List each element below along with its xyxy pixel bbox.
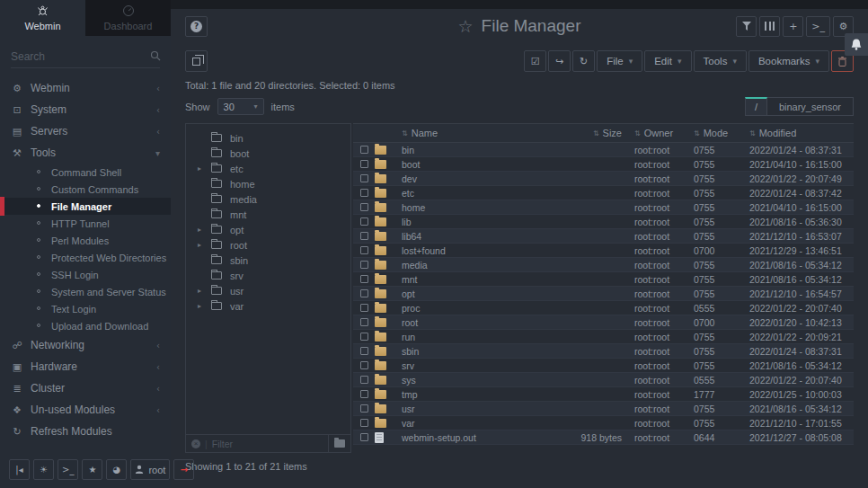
filter-button[interactable] [736,16,757,37]
tree-item-boot[interactable]: boot [186,146,350,161]
table-row-media[interactable]: mediaroot:root07552021/08/16 - 05:34:12 [353,258,854,272]
tree-folder-button[interactable] [328,435,345,452]
row-checkbox[interactable] [360,304,368,312]
sidebar-item-ssh-login[interactable]: SSH Login [0,266,171,283]
table-row-sbin[interactable]: sbinroot:root07552022/01/24 - 08:37:31 [353,344,854,359]
expand-arrow-icon[interactable]: ▸ [198,287,201,295]
row-checkbox[interactable] [360,203,368,211]
column-header-name[interactable]: ⇅Name [402,128,566,138]
shell-button[interactable]: >_ [806,16,830,37]
row-checkbox[interactable] [360,275,368,283]
sort-icon[interactable]: ⇅ [593,129,599,138]
table-row-sys[interactable]: sysroot:root05552022/01/22 - 20:07:40 [353,373,854,387]
tab-dashboard[interactable]: Dashboard [85,0,171,36]
sidebar-item-upload-and-download[interactable]: Upload and Download [0,317,171,334]
sidebar-item-webmin[interactable]: ⚙Webmin‹ [0,77,171,99]
table-row-srv[interactable]: srvroot:root07552021/08/16 - 05:34:12 [353,359,854,373]
sidebar-item-system[interactable]: ⊡System‹ [0,99,171,120]
tree-item-media[interactable]: media [186,191,350,207]
column-header-modified[interactable]: ⇅Modified [737,128,854,138]
sort-icon[interactable]: ⇅ [749,129,756,138]
tree-item-root[interactable]: ▸root [186,237,350,253]
table-row-opt[interactable]: optroot:root07552021/12/10 - 16:54:57 [353,287,854,301]
row-checkbox[interactable] [360,232,368,240]
table-row-tmp[interactable]: tmproot:root17772022/01/25 - 10:00:03 [353,387,854,402]
sidebar-item-protected-web-directories[interactable]: Protected Web Directories [0,249,171,266]
column-header-size[interactable]: ⇅Size [566,128,622,138]
favorites-button[interactable]: ★ [82,459,102,480]
row-checkbox[interactable] [360,318,368,326]
sidebar-item-command-shell[interactable]: Command Shell [0,164,171,181]
row-checkbox[interactable] [360,189,368,197]
tree-item-srv[interactable]: srv [186,268,350,283]
row-checkbox[interactable] [360,246,368,254]
path-root-tab[interactable]: / [745,97,767,116]
table-row-lost-found[interactable]: lost+foundroot:root07002021/12/29 - 13:4… [353,244,854,258]
file-menu-button[interactable]: File▾ [597,50,642,72]
sort-icon[interactable]: ⇅ [634,129,641,138]
sidebar-item-refresh-modules[interactable]: ↻Refresh Modules [0,421,171,442]
palette-button[interactable]: ◕ [106,459,127,480]
row-checkbox[interactable] [360,174,368,182]
collapse-sidebar-button[interactable]: |◂ [9,459,30,480]
tools-menu-button[interactable]: Tools▾ [694,50,747,72]
path-current-tab[interactable]: binary_sensor [767,97,854,116]
column-header-mode[interactable]: ⇅Mode [686,128,737,138]
items-per-page-select[interactable]: 30 ▾ [217,98,264,115]
user-button[interactable]: root [130,459,170,480]
edit-menu-button[interactable]: Edit▾ [644,50,691,72]
table-row-lib[interactable]: libroot:root07552021/08/16 - 05:36:30 [353,215,854,229]
table-row-dev[interactable]: devroot:root07552022/01/22 - 20:07:49 [353,172,854,186]
row-checkbox[interactable] [360,160,368,168]
tree-item-var[interactable]: ▸var [186,298,350,314]
row-checkbox[interactable] [360,419,368,427]
row-checkbox[interactable] [360,376,368,384]
table-row-home[interactable]: homeroot:root07552021/04/10 - 16:15:00 [353,200,854,215]
row-checkbox[interactable] [360,361,368,369]
export-button[interactable]: ↪ [548,50,571,72]
row-checkbox[interactable] [360,390,368,398]
tree-item-etc[interactable]: ▸etc [186,161,350,176]
tree-item-mnt[interactable]: mnt [186,207,350,222]
table-row-webmin-setup-out[interactable]: webmin-setup.out918 bytesroot:root064420… [353,430,854,445]
sidebar-item-cluster[interactable]: ≣Cluster‹ [0,377,171,399]
column-header-owner[interactable]: ⇅Owner [622,128,686,138]
table-row-usr[interactable]: usrroot:root07552021/08/16 - 05:34:12 [353,402,854,416]
row-checkbox[interactable] [360,404,368,413]
tree-item-home[interactable]: home [186,176,350,191]
clear-filter-icon[interactable]: × [191,439,200,448]
table-row-var[interactable]: varroot:root07552021/12/10 - 17:01:55 [353,416,854,430]
sort-icon[interactable]: ⇅ [402,129,408,138]
tab-webmin[interactable]: Webmin [0,0,85,36]
sidebar-item-networking[interactable]: ☍Networking‹ [0,334,171,356]
add-button[interactable]: + [783,16,803,37]
sort-icon[interactable]: ⇅ [694,129,700,138]
expand-arrow-icon[interactable]: ▸ [198,226,201,234]
row-checkbox[interactable] [360,433,368,441]
sidebar-item-hardware[interactable]: ▣Hardware‹ [0,356,171,377]
refresh-button[interactable]: ↻ [572,50,595,72]
sidebar-item-custom-commands[interactable]: Custom Commands [0,181,171,198]
sidebar-item-text-login[interactable]: Text Login [0,300,171,317]
expand-arrow-icon[interactable]: ▸ [198,164,201,173]
search-input[interactable] [11,50,150,63]
bookmarks-menu-button[interactable]: Bookmarks▾ [748,50,829,72]
select-all-button[interactable]: ☑ [524,50,546,72]
tree-item-usr[interactable]: ▸usr [186,283,350,298]
table-row-bin[interactable]: binroot:root07552022/01/24 - 08:37:31 [353,143,854,157]
expand-arrow-icon[interactable]: ▸ [198,302,201,310]
table-row-mnt[interactable]: mntroot:root07552021/08/16 - 05:34:12 [353,272,854,287]
sidebar-item-perl-modules[interactable]: Perl Modules [0,232,171,249]
sidebar-item-system-and-server-status[interactable]: System and Server Status [0,283,171,300]
favorite-star-icon[interactable]: ☆ [458,16,474,36]
row-checkbox[interactable] [360,146,368,154]
table-row-root[interactable]: rootroot:root07002022/01/20 - 10:42:13 [353,315,854,330]
row-checkbox[interactable] [360,261,368,269]
tree-item-bin[interactable]: bin [186,130,350,146]
columns-button[interactable] [759,16,780,37]
sidebar-item-file-manager[interactable]: File Manager [0,198,171,215]
table-row-lib64[interactable]: lib64root:root07552021/12/10 - 16:53:07 [353,229,854,244]
table-row-run[interactable]: runroot:root07552022/01/22 - 20:09:21 [353,330,854,344]
new-window-button[interactable] [185,50,208,72]
filter-input[interactable] [212,439,324,449]
